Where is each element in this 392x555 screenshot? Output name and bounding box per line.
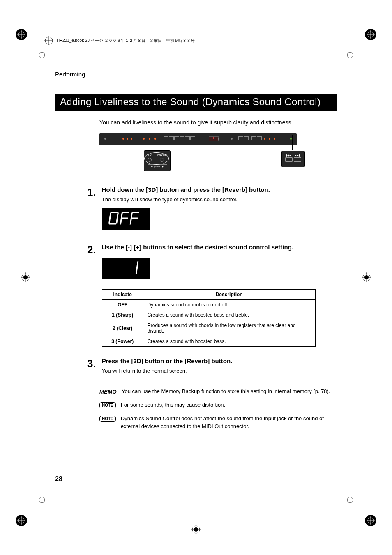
callout-dynamics-label: Dynamics [152,165,161,168]
cell-description: Creates a sound with boosted bass and tr… [143,310,315,320]
table-row: 3 (Power) Creates a sound with boosted b… [102,336,315,347]
memo-text: You can use the Memory Backup function t… [122,388,330,396]
intro-text: You can add liveliness to the sound to g… [99,119,337,126]
note2-row: NOTE Dynamics Sound Control does not aff… [99,415,337,431]
running-head: Performing [55,71,337,78]
cell-description: Creates a sound with boosted bass. [143,336,315,347]
step-1: 1. Hold down the [3D] button and press t… [87,186,337,232]
callout-next-label: ▶▶▮ [294,154,301,157]
page-number: 28 [55,475,62,483]
step-1-text: The display will show the type of dynami… [102,196,337,203]
step-2-dot: . [93,244,96,256]
note1-text: For some sounds, this may cause distorti… [121,401,225,409]
control-panel-figure: 3D Reverb ◀ Dynamics ▶ [99,133,337,171]
cell-description: Produces a sound with chords in the low … [143,320,315,336]
callout-3d-reverb: 3D Reverb ◀ Dynamics ▶ [144,150,171,171]
cell-indicate: 1 (Sharp) [102,310,143,320]
callout-minus-label: − [285,163,293,165]
file-meta-bar: HP203_e.book 28 ページ ２００６年１２月８日 金曜日 午前９時３… [44,36,348,45]
lcd-1-svg [108,260,145,275]
step-3: 3. Press the [3D] button or the [Reverb]… [87,357,337,380]
note2-text: Dynamics Sound Control does not affect t… [121,415,337,431]
callout-plus-label: + [294,163,301,165]
step-2: 2. Use the [-] [+] buttons to select the… [87,244,337,347]
registration-mark-tr [365,29,376,40]
file-meta-text: HP203_e.book 28 ページ ２００６年１２月８日 金曜日 午前９時３… [57,38,195,44]
cell-indicate: OFF [102,300,143,310]
step-3-dot: . [93,357,96,370]
step-2-num: 2 [87,244,93,256]
th-indicate: Indicate [102,290,143,300]
table-row: 2 (Clear) Produces a sound with chords i… [102,320,315,336]
callout-prev-label: ▮◀◀ [285,154,293,157]
file-meta-icon [44,36,53,45]
note1-row: NOTE For some sounds, this may cause dis… [99,401,337,409]
section-title: Adding Liveliness to the Sound (Dynamics… [55,94,337,111]
registration-mark-tl [16,29,27,40]
step-2-title: Use the [-] [+] buttons to select the de… [102,244,337,251]
table-row: OFF Dynamics sound control is turned off… [102,300,315,310]
step-3-text: You will return to the normal screen. [102,368,337,374]
options-table: Indicate Description OFF Dynamics sound … [102,289,316,347]
memo-badge: MEMO [99,389,117,395]
callout-prev-next: ▮◀◀ − ▶▶▮ + [281,151,305,167]
head-rule [55,82,337,82]
table-row: 1 (Sharp) Creates a sound with boosted b… [102,310,315,320]
lcd-off [102,208,150,230]
callout-prev-button [285,157,293,162]
lcd-off-svg [108,211,145,226]
step-1-num: 1 [87,186,93,198]
th-description: Description [143,290,315,300]
step-1-title: Hold down the [3D] button and press the … [102,186,337,193]
cell-description: Dynamics sound control is turned off. [143,300,315,310]
step-3-title: Press the [3D] button or the [Reverb] bu… [102,357,337,364]
cell-indicate: 2 (Clear) [102,320,143,336]
cell-indicate: 3 (Power) [102,336,143,347]
lcd-1 [102,258,150,279]
step-1-dot: . [93,186,96,198]
highlight-ellipse-icon [144,152,169,165]
control-panel-bar [99,133,297,145]
registration-mark-br [365,515,376,526]
step-3-num: 3 [87,357,93,370]
note-badge: NOTE [99,402,116,408]
note-badge: NOTE [99,416,116,422]
memo-row: MEMO You can use the Memory Backup funct… [99,388,337,396]
registration-mark-bl [16,515,27,526]
callout-next-button [294,157,301,162]
